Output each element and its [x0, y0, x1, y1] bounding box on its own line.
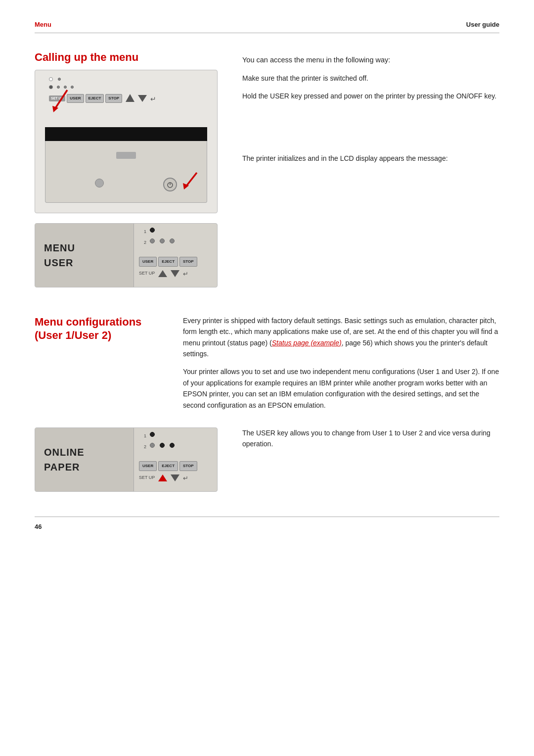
online-stop-btn: STOP	[179, 461, 197, 471]
section2-title-line1: Menu configurations	[35, 316, 141, 328]
lcd-enter-icon: ↵	[182, 269, 193, 278]
user-key-description: The USER key allows you to change from U…	[242, 423, 499, 450]
printer-knob	[95, 179, 104, 188]
svg-marker-1	[138, 95, 147, 102]
online-led-r1	[150, 432, 155, 437]
online-row-label-1: 1	[144, 433, 146, 440]
section2-para2: Your printer allows you to set and use t…	[183, 366, 499, 411]
online-led-on	[150, 432, 155, 437]
lcd-down-arrow-icon	[170, 269, 180, 278]
section2-left: Menu configurations (User 1/User 2)	[35, 315, 163, 418]
svg-marker-0	[126, 94, 134, 102]
online-led-r2b	[160, 443, 165, 448]
lcd-stop-btn: STOP	[179, 257, 197, 267]
page-number: 46	[35, 522, 42, 532]
section1-row: Calling up the menu SET UP USER	[35, 51, 499, 297]
lcd-user-btn: USER	[139, 257, 157, 267]
online-lcd-panel: ONLINE PAPER 1 2	[35, 427, 218, 492]
row-label-1: 1	[144, 229, 146, 236]
page: Menu User guide Calling up the menu	[0, 0, 534, 756]
online-line2: PAPER	[44, 460, 125, 474]
section2-panel-left: ONLINE PAPER 1 2	[35, 423, 222, 492]
led-r2b	[160, 238, 165, 243]
svg-marker-13	[171, 474, 179, 481]
lcd-panel-menu-user: MENU USER 1 2	[35, 223, 218, 287]
section2-panel-row: ONLINE PAPER 1 2	[35, 423, 499, 492]
section1-title: Calling up the menu	[35, 51, 222, 64]
up-arrow-btn-icon	[125, 93, 135, 104]
lcd-setup-row: SET UP ↵	[139, 269, 197, 278]
header-guide-label: User guide	[466, 20, 499, 30]
online-btns-row: USER EJECT STOP	[139, 461, 197, 471]
lcd-up-arrow-icon	[157, 269, 168, 278]
lcd-line1-menu: MENU	[44, 240, 125, 255]
step2-text: Hold the USER key pressed and power on t…	[242, 91, 499, 102]
online-led-r2c	[170, 443, 175, 448]
section2-right: Every printer is shipped with factory de…	[183, 315, 499, 418]
stop-btn: STOP	[105, 94, 122, 103]
page-header: Menu User guide	[35, 20, 499, 33]
online-eject-btn: EJECT	[158, 461, 178, 471]
header-section-label: Menu	[35, 20, 51, 30]
lcd-display-area: MENU USER	[35, 224, 134, 287]
svg-text:↵: ↵	[183, 474, 188, 482]
printer-body	[45, 141, 207, 203]
led-indicator	[58, 78, 61, 81]
enter-btn-icon: ↵	[149, 93, 160, 104]
step1-text: Make sure that the printer is switched o…	[242, 73, 499, 84]
section1-intro: You can access the menu in the following…	[242, 55, 499, 66]
row-label-2: 2	[144, 239, 146, 246]
led-r2a	[150, 238, 155, 243]
online-row-label-2: 2	[144, 444, 146, 451]
printer-paper-slot	[45, 127, 207, 141]
section2-para1: Every printer is shipped with factory de…	[183, 315, 499, 360]
online-up-arrow-red-icon	[157, 473, 168, 482]
lcd-eject-btn: EJECT	[158, 257, 178, 267]
lcd-panel-right: 1 2 USER EJECT	[134, 224, 217, 287]
online-display-area: ONLINE PAPER	[35, 428, 134, 491]
led-1	[49, 77, 53, 81]
section1-left: Calling up the menu SET UP USER	[35, 51, 222, 297]
step3-text: The printer initializes and in the LCD d…	[242, 153, 499, 164]
led-row2-group	[150, 238, 175, 243]
red-arrow-power	[172, 168, 202, 197]
svg-line-7	[186, 173, 197, 187]
online-btns-area: USER EJECT STOP SET UP	[139, 461, 197, 482]
eject-btn: EJECT	[86, 94, 104, 103]
svg-marker-10	[171, 270, 179, 277]
section2-title: Menu configurations (User 1/User 2)	[35, 315, 163, 342]
svg-text:↵: ↵	[183, 270, 188, 278]
status-page-link[interactable]: Status page (example)	[272, 339, 342, 347]
section2-row: Menu configurations (User 1/User 2) Ever…	[35, 315, 499, 418]
svg-text:↵: ↵	[150, 95, 156, 103]
red-arrow-user	[47, 85, 72, 115]
down-arrow-btn-icon	[137, 93, 148, 104]
online-setup-row: SET UP ↵	[139, 473, 197, 482]
section2: Menu configurations (User 1/User 2) Ever…	[35, 315, 499, 492]
led-r1	[150, 228, 155, 233]
online-setup-label: SET UP	[139, 474, 155, 481]
svg-marker-9	[158, 270, 167, 277]
online-leds-row2	[150, 443, 175, 448]
page-footer: 46	[35, 517, 499, 532]
online-led-r2a	[150, 443, 155, 448]
svg-marker-12	[158, 474, 167, 481]
online-enter-icon: ↵	[182, 473, 193, 482]
printer-diagram: SET UP USER EJECT STOP ↵	[35, 70, 218, 213]
lcd-setup-label: SET UP	[139, 270, 155, 277]
printer-leds-row1	[49, 77, 61, 81]
lcd-line2-user: USER	[44, 255, 125, 270]
section2-title-line2: (User 1/User 2)	[35, 329, 111, 341]
lcd-btns-area: USER EJECT STOP SET UP	[139, 257, 197, 278]
section1-right: You can access the menu in the following…	[242, 51, 499, 297]
printer-tray-slot	[116, 152, 136, 159]
led-row1-on	[150, 228, 155, 233]
user-key-text: The USER key allows you to change from U…	[242, 427, 499, 450]
lcd-btns-row: USER EJECT STOP	[139, 257, 197, 267]
online-line1: ONLINE	[44, 445, 125, 460]
led-r2c	[170, 238, 175, 243]
online-user-btn: USER	[139, 461, 157, 471]
svg-line-3	[55, 90, 67, 109]
link-page-ref: page 56	[345, 339, 370, 347]
online-down-arrow-icon	[170, 473, 180, 482]
